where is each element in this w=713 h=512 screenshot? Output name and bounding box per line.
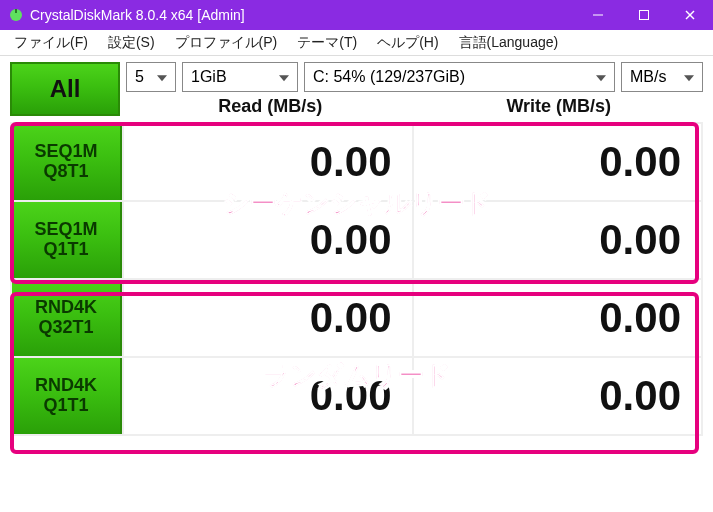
read-value: 0.00 <box>122 280 412 356</box>
test-label-line2: Q1T1 <box>43 396 88 416</box>
menu-file[interactable]: ファイル(F) <box>4 32 98 54</box>
app-icon <box>8 7 24 23</box>
test-label-line2: Q1T1 <box>43 240 88 260</box>
titlebar: CrystalDiskMark 8.0.4 x64 [Admin] <box>0 0 713 30</box>
minimize-button[interactable] <box>575 0 621 30</box>
test-label-line1: SEQ1M <box>34 220 97 240</box>
menu-theme[interactable]: テーマ(T) <box>287 32 367 54</box>
size-select[interactable]: 1GiB <box>182 62 298 92</box>
unit-value: MB/s <box>630 68 666 86</box>
window-controls <box>575 0 713 30</box>
drive-select[interactable]: C: 54% (129/237GiB) <box>304 62 615 92</box>
read-value: 0.00 <box>122 124 412 200</box>
test-button-rnd4k-q1t1[interactable]: RND4K Q1T1 <box>12 358 122 434</box>
test-button-seq1m-q8t1[interactable]: SEQ1M Q8T1 <box>12 124 122 200</box>
count-select[interactable]: 5 <box>126 62 176 92</box>
read-value: 0.00 <box>122 202 412 278</box>
table-row: SEQ1M Q8T1 0.00 0.00 <box>10 122 703 202</box>
table-row: RND4K Q32T1 0.00 0.00 <box>10 278 703 358</box>
menu-language[interactable]: 言語(Language) <box>449 32 569 54</box>
test-label-line2: Q32T1 <box>38 318 93 338</box>
controls-row: All 5 1GiB C: 54% (129/237GiB) MB/s Read… <box>0 56 713 122</box>
write-header: Write (MB/s) <box>415 96 704 120</box>
write-value: 0.00 <box>412 124 702 200</box>
table-row: RND4K Q1T1 0.00 0.00 <box>10 356 703 436</box>
maximize-button[interactable] <box>621 0 667 30</box>
test-button-rnd4k-q32t1[interactable]: RND4K Q32T1 <box>12 280 122 356</box>
count-value: 5 <box>135 68 144 86</box>
size-value: 1GiB <box>191 68 227 86</box>
read-header: Read (MB/s) <box>126 96 415 120</box>
test-label-line2: Q8T1 <box>43 162 88 182</box>
run-all-button[interactable]: All <box>10 62 120 116</box>
unit-select[interactable]: MB/s <box>621 62 703 92</box>
write-value: 0.00 <box>412 358 702 434</box>
menu-settings[interactable]: 設定(S) <box>98 32 165 54</box>
drive-value: C: 54% (129/237GiB) <box>313 68 465 86</box>
menubar: ファイル(F) 設定(S) プロファイル(P) テーマ(T) ヘルプ(H) 言語… <box>0 30 713 56</box>
close-button[interactable] <box>667 0 713 30</box>
test-label-line1: RND4K <box>35 376 97 396</box>
svg-rect-1 <box>15 9 17 13</box>
table-row: SEQ1M Q1T1 0.00 0.00 <box>10 200 703 280</box>
menu-help[interactable]: ヘルプ(H) <box>367 32 448 54</box>
test-label-line1: RND4K <box>35 298 97 318</box>
write-value: 0.00 <box>412 280 702 356</box>
results-grid: SEQ1M Q8T1 0.00 0.00 SEQ1M Q1T1 0.00 0.0… <box>0 122 713 446</box>
window-title: CrystalDiskMark 8.0.4 x64 [Admin] <box>30 7 245 23</box>
test-label-line1: SEQ1M <box>34 142 97 162</box>
svg-rect-3 <box>640 11 649 20</box>
write-value: 0.00 <box>412 202 702 278</box>
column-headers: Read (MB/s) Write (MB/s) <box>126 96 703 120</box>
read-value: 0.00 <box>122 358 412 434</box>
svg-rect-2 <box>593 15 603 16</box>
menu-profile[interactable]: プロファイル(P) <box>165 32 288 54</box>
test-button-seq1m-q1t1[interactable]: SEQ1M Q1T1 <box>12 202 122 278</box>
